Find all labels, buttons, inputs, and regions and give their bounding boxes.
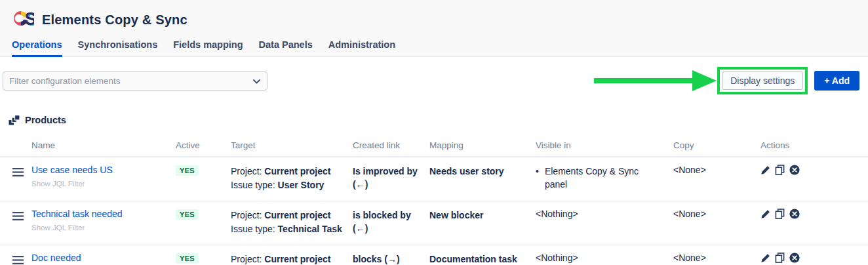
delete-button[interactable] (789, 253, 800, 263)
tab-fields-mapping[interactable]: Fields mapping (173, 39, 243, 57)
tab-administration[interactable]: Administration (328, 39, 395, 57)
toolbar: Filter configuration elements Display se… (0, 67, 868, 94)
active-badge: YES (176, 253, 199, 264)
target-cell: Project: Current project Issue type: Doc… (231, 245, 353, 265)
delete-button[interactable] (789, 165, 800, 175)
filter-select[interactable]: Filter configuration elements (3, 71, 267, 91)
active-badge: YES (176, 165, 199, 176)
table-row: Use case needs US Show JQL Filter YES Pr… (0, 157, 868, 201)
col-handle (0, 136, 31, 157)
copy-cell: <None> (673, 201, 760, 245)
col-target: Target (231, 136, 353, 157)
delete-button[interactable] (789, 209, 800, 219)
show-jql-filter-link[interactable]: Show JQL Filter (31, 224, 85, 232)
tab-operations[interactable]: Operations (12, 39, 62, 57)
tab-data-panels[interactable]: Data Panels (259, 39, 313, 57)
annotation-arrow-icon (692, 70, 717, 91)
table-row: Doc needed Show JQL Filter YES Project: … (0, 245, 868, 265)
highlight-box: Display settings (717, 67, 808, 94)
table-row: Technical task needed Show JQL Filter YE… (0, 201, 868, 245)
copy-cell: <None> (673, 245, 760, 265)
section-title: Products (25, 115, 66, 125)
bullet-icon: • (536, 165, 539, 192)
edit-button[interactable] (760, 253, 770, 263)
operation-name-link[interactable]: Technical task needed (31, 209, 123, 219)
target-cell: Project: Current project Issue type: Tec… (231, 201, 353, 245)
add-button[interactable]: + Add (814, 71, 859, 91)
mapping-cell: Documentation task from Story (429, 245, 536, 265)
display-settings-button[interactable]: Display settings (722, 71, 803, 90)
products-table: Name Active Target Created link Mapping … (0, 136, 868, 265)
operation-name-link[interactable]: Use case needs US (31, 165, 113, 175)
drag-handle-icon[interactable] (12, 212, 24, 222)
target-cell: Project: Current project Issue type: Use… (231, 157, 353, 201)
show-jql-filter-link[interactable]: Show JQL Filter (31, 180, 85, 188)
copy-cell: <None> (673, 157, 760, 201)
created-link-cell: blocks (→) (353, 245, 429, 265)
duplicate-button[interactable] (775, 209, 785, 219)
col-mapping: Mapping (429, 136, 536, 157)
drag-handle-icon[interactable] (12, 256, 24, 265)
visible-in-cell: <Nothing> (536, 201, 673, 245)
visible-in-cell: • Elements Copy & Sync panel (536, 157, 673, 201)
created-link-cell: is blocked by (←) (353, 201, 429, 245)
edit-button[interactable] (760, 209, 770, 219)
annotation-arrow-shaft (594, 78, 692, 83)
filter-select-value: Filter configuration elements (9, 76, 121, 86)
app-logo-icon: S S (10, 8, 34, 31)
edit-button[interactable] (760, 165, 770, 175)
drag-handle-icon[interactable] (12, 168, 24, 178)
chevron-down-icon (253, 75, 260, 87)
tab-bar: Operations Synchronisations Fields mappi… (0, 39, 868, 57)
visible-in-cell: <Nothing> (536, 245, 673, 265)
duplicate-button[interactable] (775, 165, 785, 175)
tab-synchronisations[interactable]: Synchronisations (78, 39, 158, 57)
col-created-link: Created link (353, 136, 429, 157)
products-section-header: Products (9, 115, 868, 125)
col-active: Active (176, 136, 231, 157)
col-visible-in: Visible in (536, 136, 673, 157)
products-icon (9, 115, 20, 125)
operation-name-link[interactable]: Doc needed (31, 253, 81, 263)
col-copy: Copy (673, 136, 760, 157)
svg-text:S: S (25, 9, 35, 29)
col-name: Name (31, 136, 176, 157)
page-title: Elements Copy & Sync (42, 12, 187, 28)
created-link-cell: Is improved by (←) (353, 157, 429, 201)
col-actions: Actions (760, 136, 868, 157)
duplicate-button[interactable] (775, 253, 785, 263)
active-badge: YES (176, 209, 199, 220)
table-header-row: Name Active Target Created link Mapping … (0, 136, 868, 157)
mapping-cell: New blocker (429, 201, 536, 245)
app-header: S S Elements Copy & Sync Operations Sync… (0, 0, 868, 57)
mapping-cell: Needs user story (429, 157, 536, 201)
